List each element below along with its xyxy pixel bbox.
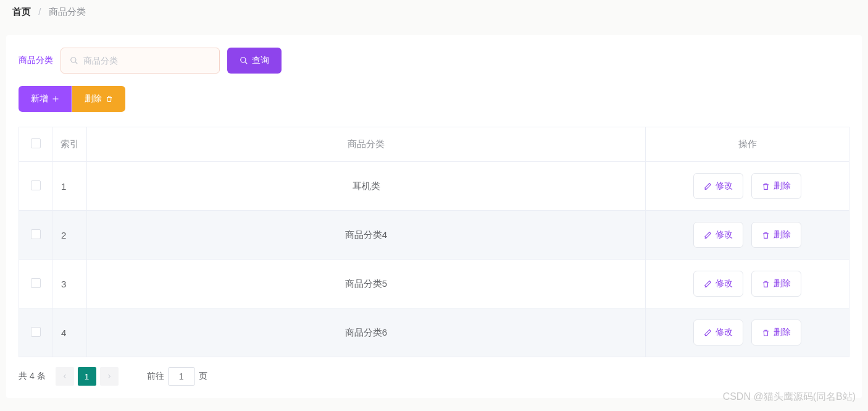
chevron-left-icon (61, 373, 69, 380)
delete-button[interactable]: 删除 (751, 320, 801, 345)
trash-icon (106, 95, 113, 103)
chevron-right-icon (106, 373, 113, 380)
edit-icon (704, 280, 712, 288)
trash-icon (762, 231, 770, 239)
pagination-goto-input[interactable] (168, 367, 195, 386)
search-icon (240, 56, 248, 65)
pagination-goto-prefix: 前往 (147, 371, 164, 382)
query-button[interactable]: 查询 (227, 48, 282, 74)
add-button-label: 新增 (31, 93, 48, 104)
pagination-total: 共 4 条 (19, 371, 46, 382)
main-panel: 商品分类 查询 新增 删除 索引 商品分类 操作 (6, 35, 862, 398)
edit-button-label: 修改 (716, 327, 733, 338)
plus-icon (52, 95, 59, 103)
edit-button-label: 修改 (716, 180, 733, 192)
edit-button[interactable]: 修改 (693, 222, 743, 248)
row-index: 4 (52, 308, 87, 357)
row-index: 1 (52, 162, 87, 211)
delete-button-label: 删除 (774, 327, 791, 338)
search-row: 商品分类 查询 (19, 48, 849, 74)
svg-point-0 (71, 57, 76, 62)
pagination-next[interactable] (100, 367, 119, 386)
table-row: 1 耳机类 修改 删除 (19, 162, 849, 211)
trash-icon (762, 182, 770, 190)
svg-line-3 (245, 62, 248, 64)
table-row: 3 商品分类5 修改 删除 (19, 260, 849, 308)
action-row: 新增 删除 (19, 86, 849, 112)
add-button[interactable]: 新增 (19, 86, 72, 112)
row-category: 商品分类6 (87, 308, 646, 357)
edit-icon (704, 329, 712, 337)
row-checkbox[interactable] (31, 327, 41, 337)
delete-button-label: 删除 (774, 229, 791, 240)
pagination-prev[interactable] (56, 367, 74, 386)
svg-line-1 (75, 62, 78, 64)
header-index: 索引 (52, 127, 87, 162)
delete-button[interactable]: 删除 (751, 271, 801, 297)
row-index: 2 (52, 211, 87, 260)
edit-button-label: 修改 (716, 229, 733, 240)
delete-button-label: 删除 (774, 180, 791, 192)
row-checkbox[interactable] (31, 278, 41, 288)
breadcrumb-home[interactable]: 首页 (12, 6, 31, 17)
svg-point-2 (241, 57, 246, 62)
data-table: 索引 商品分类 操作 1 耳机类 修改 删除 2 商品分类4 修改 (19, 127, 849, 357)
edit-icon (704, 182, 712, 190)
row-index: 3 (52, 260, 87, 308)
edit-icon (704, 231, 712, 239)
row-category: 商品分类4 (87, 211, 646, 260)
row-checkbox[interactable] (31, 229, 41, 239)
edit-button[interactable]: 修改 (693, 320, 743, 345)
table-row: 4 商品分类6 修改 删除 (19, 308, 849, 357)
breadcrumb: 首页 / 商品分类 (0, 0, 868, 24)
trash-icon (762, 329, 770, 337)
row-category: 耳机类 (87, 162, 646, 211)
pagination-page-1[interactable]: 1 (78, 367, 96, 386)
search-icon (70, 56, 78, 65)
edit-button[interactable]: 修改 (693, 271, 743, 297)
search-input-wrapper[interactable] (61, 48, 220, 74)
pagination: 共 4 条 1 前往 页 (19, 367, 849, 386)
batch-delete-button[interactable]: 删除 (72, 86, 125, 112)
edit-button-label: 修改 (716, 278, 733, 289)
edit-button[interactable]: 修改 (693, 173, 743, 199)
delete-button[interactable]: 删除 (751, 173, 801, 199)
pagination-goto-suffix: 页 (199, 371, 207, 382)
header-category: 商品分类 (87, 127, 646, 162)
table-row: 2 商品分类4 修改 删除 (19, 211, 849, 260)
breadcrumb-current: 商品分类 (49, 6, 86, 17)
delete-button[interactable]: 删除 (751, 222, 801, 248)
trash-icon (762, 280, 770, 288)
breadcrumb-separator: / (38, 6, 41, 17)
table-header-row: 索引 商品分类 操作 (19, 127, 849, 162)
row-checkbox[interactable] (31, 180, 41, 190)
batch-delete-label: 删除 (85, 93, 102, 104)
header-ops: 操作 (646, 127, 849, 162)
search-label: 商品分类 (19, 55, 53, 66)
watermark: CSDN @猫头鹰源码(同名B站) (723, 391, 856, 404)
query-button-label: 查询 (252, 55, 269, 66)
row-category: 商品分类5 (87, 260, 646, 308)
select-all-checkbox[interactable] (31, 138, 41, 148)
delete-button-label: 删除 (774, 278, 791, 289)
search-input[interactable] (83, 56, 211, 66)
